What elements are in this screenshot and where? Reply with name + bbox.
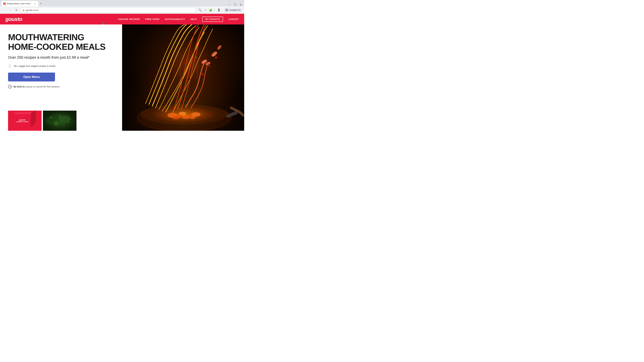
close-button[interactable]: ✕ xyxy=(238,3,243,6)
address-bar: ← → ↻ 🔒 gousto.co.uk 🔍 ☆ 🧩 ▐ Incognito (… xyxy=(0,6,244,14)
no-lock-text: No lock in: pause or cancel for free any… xyxy=(14,85,60,88)
hero-features: 🍴 85+ veggie (incl vegan) recipes a mont… xyxy=(8,64,114,68)
no-lock-detail: pause or cancel for free anytime xyxy=(26,85,60,88)
hero-section: MOUTHWATERING HOME-COOKED MEALS Over 250… xyxy=(0,24,244,131)
restore-button[interactable]: ❐ xyxy=(233,3,237,6)
nav-sustainability[interactable]: SUSTAINABILITY xyxy=(165,18,185,20)
thumbnails: gousto sprinkle & shake xyxy=(8,111,76,131)
no-lock-info: ↺ No lock in: pause or cancel for free a… xyxy=(8,85,114,88)
no-lock-icon: ↺ xyxy=(8,85,12,88)
toolbar-divider-2 xyxy=(222,8,222,12)
feature-veggie-text: 85+ veggie (incl vegan) recipes a month xyxy=(14,65,56,67)
svg-point-7 xyxy=(59,115,60,116)
nav-logout[interactable]: LOGOUT xyxy=(228,18,239,20)
hero-right xyxy=(122,24,244,131)
profile-button[interactable]: Incognito (2) xyxy=(224,8,242,12)
no-lock-bold: No lock in: xyxy=(14,85,26,88)
thumb-gousto-box: gousto sprinkle & shake xyxy=(8,111,42,131)
search-icon[interactable]: 🔍 xyxy=(198,8,202,12)
svg-point-6 xyxy=(68,122,68,123)
svg-point-2 xyxy=(59,116,70,122)
nav-links: CHOOSE RECIPES FREE FOOD SUSTAINABILITY … xyxy=(118,16,239,22)
site-nav: gousto CHOOSE RECIPES FREE FOOD SUSTAINA… xyxy=(0,14,244,24)
new-tab-button[interactable]: + xyxy=(38,1,43,6)
window-controls: ─ ❐ ✕ xyxy=(227,3,243,6)
svg-point-5 xyxy=(51,117,52,118)
tabs-bar: G Recipe Boxes | Get Fresh Food ... ✕ + … xyxy=(0,0,244,6)
svg-point-4 xyxy=(61,122,65,126)
extensions-icon[interactable]: 🧩 xyxy=(208,8,213,12)
minimize-button[interactable]: ─ xyxy=(227,3,232,6)
tab-close-button[interactable]: ✕ xyxy=(34,2,36,5)
nav-choose-recipes[interactable]: CHOOSE RECIPES xyxy=(118,18,140,20)
feature-veggie: 🍴 85+ veggie (incl vegan) recipes a mont… xyxy=(8,64,114,68)
food-thumb-graphic xyxy=(43,111,76,131)
site-content: gousto CHOOSE RECIPES FREE FOOD SUSTAINA… xyxy=(0,14,244,131)
url-bar[interactable]: 🔒 gousto.co.uk xyxy=(20,7,196,13)
active-tab[interactable]: G Recipe Boxes | Get Fresh Food ... ✕ xyxy=(1,1,38,6)
nav-my-gousto[interactable]: MY GOUSTO xyxy=(202,16,223,22)
nav-help[interactable]: HELP xyxy=(190,18,197,20)
svg-point-3 xyxy=(54,121,59,126)
tab-title: Recipe Boxes | Get Fresh Food ... xyxy=(7,2,32,5)
toolbar-divider xyxy=(214,8,215,12)
stir-fry-svg xyxy=(122,24,244,131)
lock-icon: 🔒 xyxy=(22,9,25,11)
profile-label: Incognito (2) xyxy=(229,9,240,11)
utensils-icon: 🍴 xyxy=(8,64,12,68)
refresh-button[interactable]: ↻ xyxy=(14,8,19,12)
browser-chrome: G Recipe Boxes | Get Fresh Food ... ✕ + … xyxy=(0,0,244,14)
tab-favicon: G xyxy=(3,2,6,5)
toolbar-icons: 🔍 ☆ 🧩 ▐ Incognito (2) xyxy=(198,8,242,12)
box-3d-graphic: gousto sprinkle & shake xyxy=(14,112,36,129)
svg-rect-28 xyxy=(122,24,244,131)
bookmark-icon[interactable]: ☆ xyxy=(203,8,208,12)
profile-avatar xyxy=(225,8,228,11)
box-side-face xyxy=(31,111,36,127)
box-sublabel-text: sprinkle & shake xyxy=(16,121,28,122)
stir-fry-image xyxy=(122,24,244,131)
box-front-face: gousto sprinkle & shake xyxy=(14,114,31,127)
sidebar-icon[interactable]: ▐ xyxy=(216,8,221,12)
hero-left: MOUTHWATERING HOME-COOKED MEALS Over 250… xyxy=(0,24,122,131)
url-text: gousto.co.uk xyxy=(26,9,194,11)
logo[interactable]: gousto xyxy=(5,16,22,22)
back-button[interactable]: ← xyxy=(2,8,7,12)
hero-subheading: Over 250 recipes a month from just £2.99… xyxy=(8,55,114,60)
thumb-food xyxy=(43,111,76,131)
nav-free-food[interactable]: FREE FOOD xyxy=(145,18,160,20)
box-logo-label: gousto xyxy=(19,119,26,121)
hero-heading: MOUTHWATERING HOME-COOKED MEALS xyxy=(8,32,114,52)
forward-button[interactable]: → xyxy=(8,8,13,12)
open-menu-button[interactable]: Open Menu xyxy=(8,72,55,81)
